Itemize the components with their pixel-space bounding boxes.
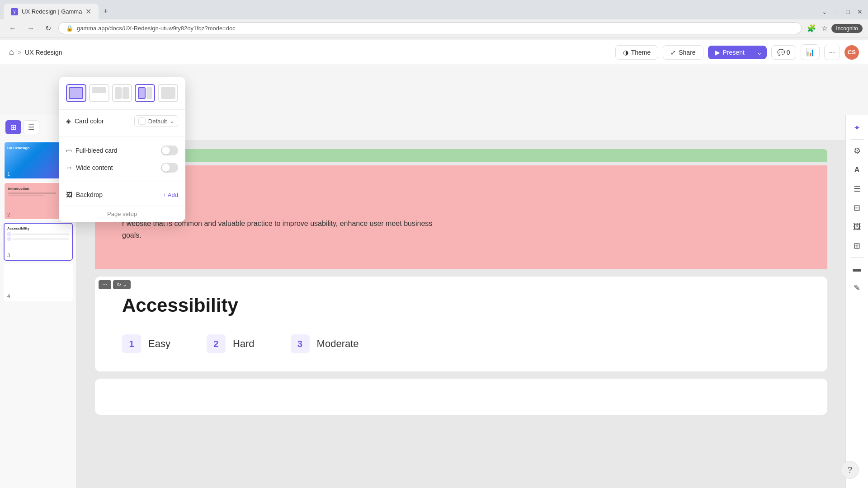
url-text: gamma.app/docs/UX-Redesign-utuw9ty82oy1f…	[77, 25, 236, 32]
reload-button[interactable]: ↻	[42, 22, 55, 34]
split-left	[115, 87, 122, 99]
layout-tool-button[interactable]: ⊟	[849, 200, 865, 216]
item-2-label: Hard	[233, 338, 255, 350]
grid-view-button[interactable]: ⊞	[5, 120, 21, 134]
card-color-icon: ◈	[66, 117, 71, 125]
bookmark-star-button[interactable]: ☆	[820, 22, 830, 34]
settings-tool-button[interactable]: ⚙	[849, 143, 865, 159]
tab-title: UX Redesign | Gamma	[22, 8, 82, 15]
incognito-badge: Incognito	[831, 24, 863, 33]
layout-popup: Right layout	[59, 77, 185, 222]
main-content: ⋯ ↻ ction r website that is common and v…	[77, 140, 845, 488]
table-tool-button[interactable]: ⊞	[849, 238, 865, 253]
intro-card-title: ction	[122, 183, 800, 211]
color-picker[interactable]: Default ⌄	[134, 115, 178, 127]
backdrop-icon: 🖼	[66, 191, 72, 198]
comments-button[interactable]: 💬 0	[771, 45, 796, 60]
layout-full-option[interactable]	[66, 84, 86, 102]
bullets-tool-button[interactable]: ☰	[849, 181, 865, 197]
wide-content-toggle[interactable]	[161, 163, 178, 173]
help-button[interactable]: ?	[841, 461, 859, 479]
breadcrumb-doc-name: UX Redesign	[25, 49, 62, 56]
slide-item-3[interactable]: Accessibility 3	[4, 223, 73, 261]
right-icon-shape	[138, 87, 152, 99]
layout-right-option[interactable]	[135, 84, 155, 102]
accessibility-item-2: 2 Hard	[207, 334, 255, 353]
accessibility-refresh-button[interactable]: ↻ ⌄	[113, 280, 131, 289]
bookmark-controls: 🧩 ☆ Incognito	[805, 22, 863, 34]
slide-thumb-4: 4	[5, 264, 72, 300]
chevron-down-icon: ⌄	[757, 49, 762, 56]
back-button[interactable]: ←	[5, 23, 20, 34]
slide-3-number: 3	[7, 253, 10, 258]
slide-3-line1	[12, 234, 69, 235]
minimize-button[interactable]: ─	[833, 6, 841, 17]
list-view-button[interactable]: ☰	[23, 120, 39, 134]
popup-divider-3	[59, 182, 185, 182]
right-sidebar-divider-1	[850, 139, 864, 140]
comments-count: 0	[787, 49, 790, 56]
edit-tool-button[interactable]: ✎	[849, 280, 865, 296]
home-icon[interactable]: ⌂	[9, 47, 14, 57]
analytics-button[interactable]: 📊	[801, 44, 820, 60]
full-bleed-icon: ▭	[66, 147, 72, 154]
full-bleed-row: ▭ Full-bleed card	[66, 142, 178, 159]
intro-card-wrapper: ⋯ ↻ ction r website that is common and v…	[95, 165, 827, 269]
url-lock-icon: 🔒	[66, 25, 73, 32]
forward-button[interactable]: →	[24, 23, 38, 34]
wide-content-row: ↔ Wide content	[66, 159, 178, 176]
split-right	[123, 87, 129, 99]
theme-button[interactable]: ◑ Theme	[615, 45, 659, 60]
wide-content-label: ↔ Wide content	[66, 164, 113, 171]
tab-menu-button[interactable]: ⌄	[820, 6, 829, 17]
layout-top-option[interactable]	[89, 84, 109, 102]
slide-item-4[interactable]: 4	[4, 263, 73, 301]
more-options-button[interactable]: ···	[824, 45, 840, 60]
backdrop-label: 🖼 Backdrop	[66, 191, 103, 198]
share-icon: ⤢	[670, 49, 676, 56]
present-dropdown-button[interactable]: ⌄	[752, 46, 767, 59]
right-sidebar: ✦ ⚙ A ☰ ⊟ 🖼 ⊞ ▬ ✎	[845, 115, 868, 488]
maximize-button[interactable]: □	[844, 6, 852, 17]
full-bleed-toggle[interactable]	[161, 145, 178, 155]
popup-divider-1	[59, 109, 185, 110]
avatar[interactable]: CS	[844, 45, 859, 60]
item-1-number: 1	[122, 334, 141, 353]
right-sidebar-divider-2	[850, 257, 864, 258]
accessibility-more-button[interactable]: ⋯	[99, 280, 111, 289]
backdrop-row: 🖼 Backdrop + Add	[66, 188, 178, 202]
top-bar-right: ◑ Theme ⤢ Share ▶ Present ⌄ 💬 0 📊 ··· CS	[615, 44, 859, 60]
active-tab[interactable]: γ UX Redesign | Gamma ✕	[4, 4, 99, 19]
present-main[interactable]: ▶ Present	[708, 46, 752, 59]
tab-close-button[interactable]: ✕	[85, 7, 91, 16]
right-right-part	[146, 87, 152, 99]
new-tab-button[interactable]: +	[100, 4, 111, 19]
ai-tool-button[interactable]: ✦	[849, 120, 865, 136]
play-icon: ▶	[715, 49, 720, 56]
text-tool-button[interactable]: A	[849, 162, 865, 178]
slide-1-label: UX Redesign	[7, 146, 29, 150]
tab-controls: ⌄ ─ □ ✕	[820, 6, 864, 17]
item-3-number: 3	[291, 334, 310, 353]
url-bar[interactable]: 🔒 gamma.app/docs/UX-Redesign-utuw9ty82oy…	[58, 22, 802, 34]
breadcrumb-separator: >	[18, 49, 21, 56]
slide-1-number: 1	[7, 171, 10, 177]
extensions-button[interactable]: 🧩	[805, 22, 818, 34]
popup-divider-2	[59, 136, 185, 136]
divider-tool-button[interactable]: ▬	[849, 261, 865, 277]
card-color-label: ◈ Card color	[66, 117, 104, 125]
page-setup-button[interactable]: Page setup	[59, 206, 185, 222]
backdrop-add-button[interactable]: + Add	[163, 192, 178, 198]
layout-blank-option[interactable]	[158, 84, 178, 102]
item-2-number: 2	[207, 334, 226, 353]
address-bar: ← → ↻ 🔒 gamma.app/docs/UX-Redesign-utuw9…	[0, 19, 868, 38]
accessibility-card-wrapper: ⋯ ↻ ⌄ Accessibility 1 Easy 2 Hard 3	[95, 277, 827, 371]
color-dropdown-arrow: ⌄	[170, 118, 174, 124]
layout-split-option[interactable]	[112, 84, 132, 102]
share-button[interactable]: ⤢ Share	[663, 45, 703, 60]
top-icon-shape	[92, 87, 106, 93]
close-window-button[interactable]: ✕	[855, 6, 864, 17]
wide-content-toggle-knob	[162, 164, 170, 172]
present-button[interactable]: ▶ Present ⌄	[708, 46, 767, 59]
image-tool-button[interactable]: 🖼	[849, 219, 865, 235]
